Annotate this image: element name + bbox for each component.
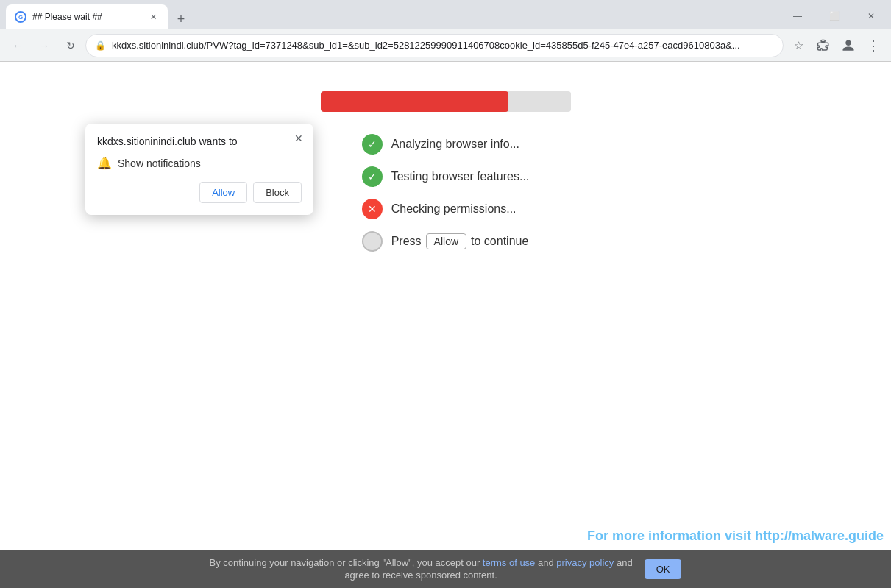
privacy-policy-link[interactable]: privacy policy: [556, 557, 614, 568]
status-pending-icon: [362, 231, 383, 252]
tab-close-button[interactable]: ✕: [147, 11, 159, 23]
new-tab-button[interactable]: +: [171, 9, 191, 29]
allow-inline-button[interactable]: Allow: [426, 233, 466, 249]
notification-popup: ✕ kkdxs.sitioninindi.club wants to 🔔 Sho…: [85, 124, 313, 215]
status-item-checking: ✕ Checking permissions...: [362, 199, 517, 219]
continue-label: to continue: [471, 235, 528, 248]
popup-notification-row: 🔔 Show notifications: [97, 156, 302, 170]
popup-allow-button[interactable]: Allow: [199, 182, 247, 203]
window-controls: — ⬜ ✕: [781, 3, 891, 29]
status-error-icon-checking: ✕: [362, 199, 383, 219]
tab-title: ## Please wait ##: [32, 12, 141, 22]
status-text-analyzing: Analyzing browser info...: [391, 138, 519, 151]
tab-favicon: G: [15, 11, 26, 23]
refresh-button[interactable]: ↻: [59, 34, 82, 57]
profile-button[interactable]: [837, 34, 860, 57]
lock-icon: 🔒: [95, 40, 106, 51]
address-bar[interactable]: 🔒 kkdxs.sitioninindi.club/PVW?tag_id=737…: [85, 34, 784, 57]
minimize-button[interactable]: —: [781, 4, 814, 28]
status-success-icon-testing: ✓: [362, 166, 383, 187]
status-list: ✓ Analyzing browser info... ✓ Testing br…: [362, 134, 530, 252]
progress-bar-fill: [321, 91, 508, 112]
chrome-menu-button[interactable]: ⋮: [862, 34, 885, 57]
toolbar-icons: ☆ ⋮: [787, 34, 885, 57]
maximize-button[interactable]: ⬜: [817, 4, 851, 28]
press-label: Press: [391, 235, 422, 248]
address-bar-area: ← → ↻ 🔒 kkdxs.sitioninindi.club/PVW?tag_…: [0, 29, 891, 62]
popup-close-button[interactable]: ✕: [291, 131, 306, 146]
consent-text-line1: By continuing your navigation or clickin…: [210, 557, 633, 568]
extensions-button[interactable]: [812, 34, 835, 57]
active-tab[interactable]: G ## Please wait ## ✕: [6, 4, 168, 29]
bottom-consent-bar: By continuing your navigation or clickin…: [0, 550, 891, 588]
back-button[interactable]: ←: [6, 34, 29, 57]
browser-chrome: G ## Please wait ## ✕ + — ⬜ ✕ ← → ↻ 🔒 kk…: [0, 0, 891, 62]
forward-button[interactable]: →: [32, 34, 56, 57]
status-text-checking: Checking permissions...: [391, 202, 517, 216]
popup-notification-text: Show notifications: [118, 157, 201, 169]
press-allow-row: Press Allow to continue: [391, 233, 529, 249]
terms-of-use-link[interactable]: terms of use: [483, 557, 536, 568]
status-item-analyzing: ✓ Analyzing browser info...: [362, 134, 519, 155]
close-button[interactable]: ✕: [854, 4, 888, 28]
title-bar: G ## Please wait ## ✕ + — ⬜ ✕: [0, 0, 891, 29]
consent-ok-button[interactable]: OK: [645, 559, 682, 579]
popup-buttons: Allow Block: [97, 182, 302, 203]
popup-title: kkdxs.sitioninindi.club wants to: [97, 135, 302, 147]
address-text: kkdxs.sitioninindi.club/PVW?tag_id=73712…: [112, 40, 774, 51]
consent-text-line2: agree to receive sponsored content.: [344, 570, 497, 581]
page-content: ✕ kkdxs.sitioninindi.club wants to 🔔 Sho…: [0, 62, 891, 550]
bookmark-button[interactable]: ☆: [787, 34, 810, 57]
status-success-icon-analyzing: ✓: [362, 134, 383, 155]
popup-block-button[interactable]: Block: [253, 182, 302, 203]
progress-bar-container: [321, 91, 571, 112]
bell-icon: 🔔: [97, 156, 112, 170]
status-item-press-allow: Press Allow to continue: [362, 231, 529, 252]
status-text-testing: Testing browser features...: [391, 170, 530, 183]
status-item-testing: ✓ Testing browser features...: [362, 166, 530, 187]
